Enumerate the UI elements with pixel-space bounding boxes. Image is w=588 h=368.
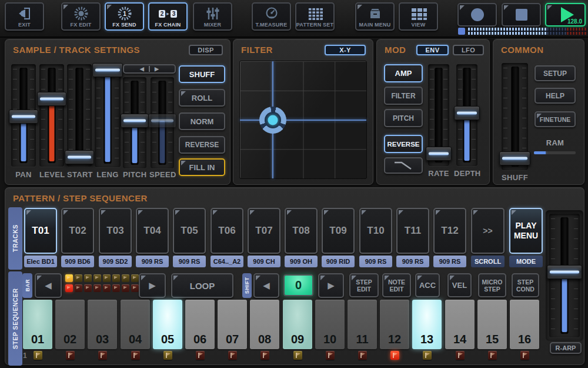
fader-handle[interactable] [148,114,176,128]
bar-prev-button[interactable]: ◀ [35,273,62,298]
fader-handle[interactable] [92,63,123,77]
speed-fader[interactable] [151,77,174,168]
shift-left-button[interactable]: ◀ [253,273,279,298]
fader-handle[interactable] [454,106,480,120]
reverse-button[interactable]: REVERSE [179,136,225,154]
pan-fader[interactable] [11,64,36,167]
mod-pitch-button[interactable]: PITCH [384,109,423,127]
disp-button[interactable]: DISP [189,45,223,55]
track-scroll-button[interactable]: >> [471,208,505,254]
track-name-chip: 909 RS [136,256,169,267]
fader-page-nav[interactable]: ◀ ▶ [123,64,176,74]
bar-next-button[interactable]: ▶ [139,273,166,298]
step-cell-10[interactable]: 10 [315,300,345,349]
pitch-fader[interactable] [123,77,146,168]
track-button-t01[interactable]: T01 [24,208,57,254]
fader-handle[interactable] [37,92,66,106]
finetune-button[interactable]: FINETUNE [534,111,576,127]
t-measure-button[interactable]: T.MEASURE [252,2,291,31]
roll-button[interactable]: ROLL [179,89,225,107]
mod-filter-button[interactable]: FILTER [384,87,423,105]
rate-fader[interactable] [428,64,449,166]
step-cell-12[interactable]: 12 [380,300,409,349]
step-edit-button[interactable]: STEPEDIT [349,273,379,297]
nav-left-arrow-icon[interactable]: ◀ [140,66,144,72]
pattern-set-button[interactable]: PATTERN SET [295,2,335,31]
leng-fader[interactable] [95,63,121,167]
track-button-t12[interactable]: T12 [433,208,466,254]
fader-handle[interactable] [65,150,94,164]
step-cell-16[interactable]: 16 [510,300,539,349]
track-name-chip: 909 BD6 [61,256,94,267]
depth-fader[interactable] [456,64,477,166]
common-shuff-fader[interactable] [502,63,528,170]
fx-spiral-icon [62,5,99,22]
fader-handle[interactable] [9,110,38,124]
fader-handle[interactable] [547,265,582,279]
track-button-t09[interactable]: T09 [322,208,355,254]
track-button-t08[interactable]: T08 [285,208,318,254]
fx-edit-button[interactable]: FX EDIT [61,2,101,31]
track-button-t06[interactable]: T06 [211,208,243,254]
help-button[interactable]: HELP [534,88,576,104]
track-button-t11[interactable]: T11 [396,208,429,254]
step-cell-01[interactable]: 01 [23,300,52,349]
xy-cursor-puck[interactable] [259,107,286,134]
filter-panel-title: FILTER [241,45,273,55]
env-tab[interactable]: ENV [416,45,449,55]
step-cell-14[interactable]: 14 [445,300,475,349]
norm-button[interactable]: NORM [179,112,225,130]
fx-send-button[interactable]: 1 FX SEND [105,2,144,31]
vel-button[interactable]: VEL [447,273,472,297]
step-cell-15[interactable]: 15 [477,300,507,349]
fx-chain-button[interactable]: 2 ▸ 3 FX CHAIN [148,2,188,31]
envelope-shape-button[interactable] [384,157,423,174]
shuff-button[interactable]: SHUFF [179,65,225,83]
level-fader[interactable] [39,64,64,167]
amp-button[interactable]: AMP [384,64,423,82]
view-button[interactable]: VIEW [399,2,438,31]
play-button[interactable]: 128.0 [545,3,586,26]
step-cell-08[interactable]: 08 [250,300,279,349]
step-cell-13[interactable]: 13 [412,300,442,349]
step-cell-11[interactable]: 11 [348,300,377,349]
setup-button[interactable]: SETUP [534,65,576,81]
nav-right-arrow-icon[interactable]: ▶ [155,66,159,72]
lfo-tab[interactable]: LFO [453,45,484,55]
shift-right-button[interactable]: ▶ [318,273,344,298]
step-cell-07[interactable]: 07 [218,300,247,349]
record-button[interactable] [457,3,497,26]
fader-handle[interactable] [499,151,530,165]
xy-mode-button[interactable]: X-Y [325,45,366,55]
step-cell-06[interactable]: 06 [185,300,215,349]
track-button-t10[interactable]: T10 [359,208,392,254]
step-cell-05[interactable]: 05 [153,300,182,349]
r-arp-button[interactable]: R-ARP [550,342,582,354]
sequencer-side-fader[interactable] [549,214,580,337]
track-button-t02[interactable]: T02 [61,208,94,254]
note-edit-button[interactable]: NOTEEDIT [382,273,411,297]
filter-xy-pad[interactable] [239,61,367,179]
step-cell-03[interactable]: 03 [88,300,117,349]
fill-in-button[interactable]: FILL IN [179,158,225,176]
play-menu-button[interactable]: PLAY MENU [509,208,543,254]
step-cond-button[interactable]: STEPCOND [512,273,539,297]
track-button-t07[interactable]: T07 [248,208,280,254]
exit-button[interactable]: EXIT [5,2,44,31]
step-cell-04[interactable]: 04 [121,300,150,349]
track-button-t03[interactable]: T03 [99,208,132,254]
step-cell-09[interactable]: 09 [283,300,312,349]
stop-button[interactable] [502,3,541,26]
mod-reverse-button[interactable]: REVERSE [384,135,423,153]
mixer-button[interactable]: MIXER [193,2,232,31]
step-cell-02[interactable]: 02 [55,300,85,349]
start-fader[interactable] [67,64,92,167]
loop-button[interactable]: LOOP [171,273,233,298]
track-button-t04[interactable]: T04 [136,208,169,254]
fader-handle[interactable] [121,114,149,128]
acc-button[interactable]: ACC [415,273,440,297]
fader-handle[interactable] [426,147,452,161]
track-button-t05[interactable]: T05 [173,208,206,254]
micro-step-button[interactable]: MICROSTEP [478,273,506,297]
main-menu-button[interactable]: MAIN MENU [355,2,395,31]
